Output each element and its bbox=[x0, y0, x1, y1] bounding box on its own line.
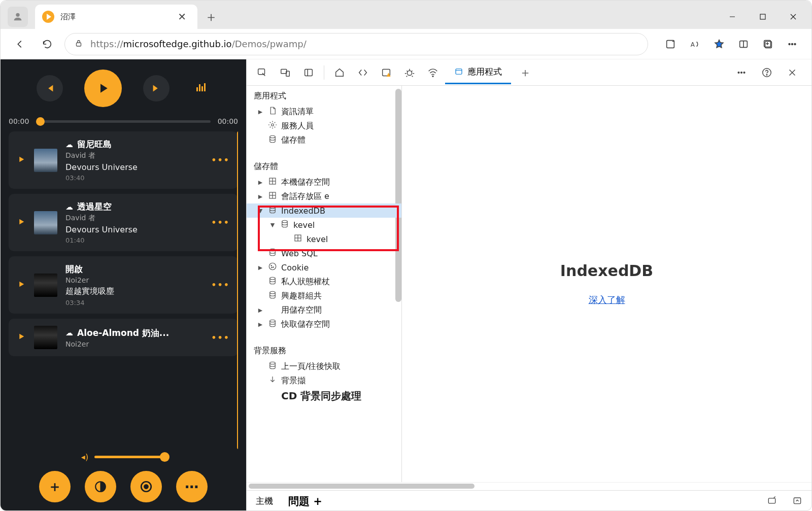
add-button[interactable]: ＋ bbox=[39, 471, 71, 502]
song-row[interactable]: ☁留尼旺島 David 者 Devours Universe 03:40 ••• bbox=[9, 131, 238, 189]
tree-item[interactable]: 私人狀態權杖 bbox=[247, 275, 401, 289]
prev-track-button[interactable] bbox=[37, 75, 63, 101]
tree-item[interactable]: ▶Cookie bbox=[247, 260, 401, 275]
song-row[interactable]: ☁透過星空 David 者 Devours Universe 01:40 ••• bbox=[9, 194, 238, 251]
new-tab-button[interactable]: ＋ bbox=[197, 8, 225, 26]
svg-point-27 bbox=[407, 71, 412, 75]
devtools-drawer: 主機 問題 + bbox=[247, 490, 811, 511]
dock-icon[interactable] bbox=[297, 62, 320, 83]
svg-rect-24 bbox=[305, 69, 313, 76]
record-button[interactable] bbox=[130, 471, 162, 502]
network-icon[interactable] bbox=[422, 62, 444, 83]
url-text: https://microsoftedge.github.io/Demos/pw… bbox=[90, 39, 307, 49]
album-cover bbox=[34, 211, 57, 234]
theme-button[interactable] bbox=[85, 471, 116, 502]
tree-item[interactable]: ▶資訊清單 bbox=[247, 105, 401, 119]
drawer-icon-1[interactable] bbox=[767, 495, 777, 507]
play-song-button[interactable] bbox=[17, 280, 26, 291]
song-title: 開啟 bbox=[65, 263, 83, 275]
svg-text:A: A bbox=[691, 41, 695, 48]
learn-more-link[interactable]: 深入了解 bbox=[589, 294, 625, 306]
tree-item[interactable]: CD 背景同步處理 bbox=[247, 388, 401, 404]
maximize-button[interactable] bbox=[749, 7, 777, 27]
pwamp-app: 00:00 00:00 ☁留尼旺島 David 者 Devours Univer… bbox=[1, 59, 246, 511]
help-icon[interactable] bbox=[756, 62, 778, 83]
drawer-icon-2[interactable] bbox=[792, 495, 802, 507]
db-icon bbox=[268, 290, 277, 301]
favorite-button[interactable] bbox=[709, 34, 729, 54]
tree-item[interactable]: ▼kevel bbox=[247, 218, 401, 232]
play-button[interactable] bbox=[84, 70, 122, 107]
sources-icon[interactable] bbox=[375, 62, 397, 83]
tree-item[interactable]: kevel bbox=[247, 232, 401, 246]
tree-item[interactable]: ▶快取儲存空間 bbox=[247, 317, 401, 331]
read-aloud-button[interactable]: A bbox=[685, 34, 705, 54]
cloud-icon: ☁ bbox=[65, 140, 73, 149]
browser-tab[interactable]: 沼澤 ✕ bbox=[35, 5, 197, 29]
song-row[interactable]: 開啟 Noi2er 超越實境吸塵 03:34 ••• bbox=[9, 256, 238, 314]
volume-slider[interactable] bbox=[94, 456, 165, 458]
song-more-button[interactable]: ••• bbox=[211, 333, 230, 343]
song-more-button[interactable]: ••• bbox=[211, 155, 230, 165]
collections-button[interactable] bbox=[758, 34, 778, 54]
welcome-icon[interactable] bbox=[328, 62, 351, 83]
song-row[interactable]: ☁Aloe-Almond 奶油... Noi2er ••• bbox=[9, 319, 238, 356]
tree-item[interactable]: Web SQL bbox=[247, 246, 401, 260]
song-more-button[interactable]: ••• bbox=[211, 218, 230, 227]
horizontal-scrollbar[interactable] bbox=[247, 482, 811, 490]
cloud-icon: ☁ bbox=[65, 202, 73, 212]
address-bar[interactable]: https://microsoftedge.github.io/Demos/pw… bbox=[64, 33, 648, 55]
song-more-button[interactable]: ••• bbox=[211, 280, 230, 290]
tree-item[interactable]: 儲存體 bbox=[247, 133, 401, 147]
play-song-button[interactable] bbox=[17, 155, 26, 166]
song-artist: David 者 bbox=[65, 214, 203, 223]
tree-item[interactable]: ▶本機儲存空間 bbox=[247, 175, 401, 189]
extensions-button[interactable] bbox=[660, 34, 681, 54]
device-icon[interactable] bbox=[274, 62, 296, 83]
elements-icon[interactable] bbox=[352, 62, 374, 83]
close-devtools-button[interactable] bbox=[781, 62, 803, 83]
back-button[interactable] bbox=[10, 34, 30, 54]
song-duration: 03:34 bbox=[65, 299, 203, 306]
close-window-button[interactable] bbox=[779, 7, 807, 27]
profile-button[interactable] bbox=[8, 7, 28, 27]
lock-icon bbox=[74, 39, 83, 50]
tree-item[interactable]: ▼IndexedDB bbox=[247, 203, 401, 218]
split-screen-button[interactable] bbox=[733, 34, 754, 54]
svg-point-59 bbox=[270, 362, 276, 364]
minimize-button[interactable] bbox=[718, 7, 747, 27]
visualizer-button[interactable] bbox=[196, 83, 210, 93]
tree-item[interactable]: 背景擷 bbox=[247, 373, 401, 388]
more-button[interactable]: ⋯ bbox=[176, 471, 208, 502]
menu-button[interactable] bbox=[782, 34, 802, 54]
add-tab-button[interactable]: ＋ bbox=[512, 64, 538, 81]
play-song-button[interactable] bbox=[17, 217, 26, 228]
album-cover bbox=[34, 326, 57, 349]
tree-item[interactable]: 上一頁/往後快取 bbox=[247, 359, 401, 373]
next-track-button[interactable] bbox=[143, 75, 170, 101]
devtools-more-icon[interactable] bbox=[730, 62, 753, 83]
seek-slider[interactable] bbox=[36, 120, 210, 123]
refresh-button[interactable] bbox=[37, 34, 57, 54]
drawer-tab-console[interactable]: 主機 bbox=[256, 495, 273, 507]
play-song-button[interactable] bbox=[17, 332, 26, 343]
tree-item[interactable]: 興趣群組共 bbox=[247, 289, 401, 303]
svg-point-20 bbox=[144, 485, 149, 489]
debug-icon[interactable] bbox=[398, 62, 421, 83]
svg-point-53 bbox=[271, 265, 272, 266]
cookie-icon bbox=[268, 262, 277, 273]
tab-application[interactable]: 應用程式 bbox=[445, 61, 511, 84]
db-icon bbox=[268, 205, 277, 216]
tree-item[interactable]: ▶會話存放區 e bbox=[247, 189, 401, 203]
svg-point-31 bbox=[738, 72, 739, 73]
song-duration: 03:40 bbox=[65, 174, 203, 182]
tree-item[interactable]: ▶用儲存空間 bbox=[247, 303, 401, 317]
db-icon bbox=[268, 276, 277, 287]
tree-item[interactable]: 服務人員 bbox=[247, 119, 401, 133]
browser-titlebar: 沼澤 ✕ ＋ bbox=[1, 1, 811, 29]
drawer-tab-issues[interactable]: 問題 + bbox=[288, 494, 322, 508]
close-tab-button[interactable]: ✕ bbox=[174, 9, 190, 25]
inspect-icon[interactable] bbox=[251, 62, 273, 83]
svg-rect-5 bbox=[77, 43, 81, 46]
song-album: Devours Universe bbox=[65, 162, 203, 172]
